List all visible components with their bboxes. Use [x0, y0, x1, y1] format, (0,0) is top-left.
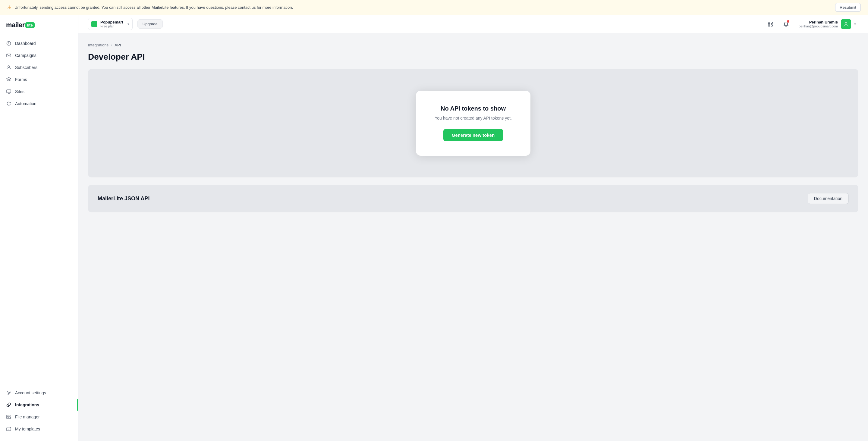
svg-rect-13 [771, 22, 772, 24]
logo-text: mailer [6, 21, 25, 29]
breadcrumb-parent-link[interactable]: Integrations [88, 43, 108, 47]
image-icon [6, 414, 11, 420]
svg-point-16 [845, 22, 847, 24]
sidebar-item-account-settings[interactable]: Account settings [0, 387, 78, 399]
topbar: Popupsmart Free plan ▾ Upgrade [79, 15, 868, 33]
sidebar: mailer lite Dashboard [0, 15, 79, 441]
breadcrumb: Integrations › API [88, 43, 858, 47]
resubmit-button[interactable]: Resubmit [835, 3, 861, 12]
warning-icon: ⚠ [7, 4, 11, 10]
notification-dot [787, 20, 789, 23]
user-name: Perihan Uramis [799, 20, 838, 24]
sidebar-item-campaigns-label: Campaigns [15, 53, 36, 58]
grid-icon-button[interactable] [765, 19, 776, 30]
archive-icon [6, 426, 11, 432]
banner-message: Unfortunately, sending access cannot be … [14, 5, 832, 10]
empty-state-title: No API tokens to show [433, 105, 514, 112]
sidebar-item-integrations-label: Integrations [15, 403, 39, 407]
sidebar-item-dashboard[interactable]: Dashboard [0, 37, 78, 50]
svg-rect-4 [7, 90, 11, 93]
clock-icon [6, 41, 11, 46]
documentation-button[interactable]: Documentation [808, 193, 849, 204]
breadcrumb-current: API [115, 43, 121, 47]
sidebar-item-forms-label: Forms [15, 77, 27, 82]
json-api-title: MailerLite JSON API [98, 195, 150, 202]
logo-badge: lite [25, 22, 35, 28]
mail-icon [6, 53, 11, 58]
sidebar-item-subscribers[interactable]: Subscribers [0, 61, 78, 73]
svg-rect-15 [771, 25, 772, 26]
layers-icon [6, 77, 11, 82]
monitor-icon [6, 89, 11, 94]
notifications-button[interactable] [781, 19, 792, 30]
breadcrumb-separator: › [111, 43, 112, 47]
gear-icon [6, 390, 11, 396]
sidebar-item-automation[interactable]: Automation [0, 98, 78, 109]
chevron-down-icon: ▾ [127, 22, 129, 26]
page-title: Developer API [88, 52, 858, 62]
content-area: Popupsmart Free plan ▾ Upgrade [79, 15, 868, 441]
sidebar-item-file-manager[interactable]: File manager [0, 411, 78, 423]
sidebar-item-automation-label: Automation [15, 101, 36, 106]
generate-token-button[interactable]: Generate new token [443, 129, 503, 141]
user-menu[interactable]: Perihan Uramis perihan@popupsmart.com ▾ [796, 18, 858, 30]
avatar [841, 19, 851, 29]
sidebar-item-my-templates-label: My templates [15, 427, 40, 431]
svg-point-7 [8, 392, 10, 394]
sidebar-item-subscribers-label: Subscribers [15, 65, 37, 70]
logo: mailer lite [6, 21, 72, 29]
main-content: Integrations › API Developer API No API … [79, 33, 868, 441]
svg-point-2 [8, 66, 10, 67]
person-icon [6, 65, 11, 70]
json-api-section: MailerLite JSON API Documentation [88, 185, 858, 212]
user-chevron-icon: ▾ [854, 22, 856, 26]
svg-marker-3 [7, 77, 11, 80]
user-email: perihan@popupsmart.com [799, 24, 838, 28]
token-list-area: No API tokens to show You have not creat… [88, 69, 858, 178]
link-icon [6, 402, 11, 408]
warning-banner: ⚠ Unfortunately, sending access cannot b… [0, 0, 868, 15]
svg-rect-12 [768, 22, 770, 24]
refresh-icon [6, 101, 11, 106]
svg-rect-10 [7, 428, 11, 431]
sidebar-item-file-manager-label: File manager [15, 414, 40, 419]
empty-state-description: You have not created any API tokens yet. [433, 116, 514, 121]
sidebar-nav: Dashboard Campaigns Su [0, 37, 78, 435]
sidebar-item-forms[interactable]: Forms [0, 73, 78, 86]
sidebar-item-sites-label: Sites [15, 89, 24, 94]
upgrade-button[interactable]: Upgrade [137, 19, 163, 29]
sidebar-item-account-settings-label: Account settings [15, 390, 46, 395]
workspace-plan: Free plan [100, 24, 123, 28]
workspace-selector[interactable]: Popupsmart Free plan ▾ [88, 18, 133, 30]
workspace-name: Popupsmart [100, 20, 123, 24]
svg-rect-14 [768, 25, 770, 26]
topbar-actions: Perihan Uramis perihan@popupsmart.com ▾ [765, 18, 858, 30]
sidebar-item-dashboard-label: Dashboard [15, 41, 36, 46]
sidebar-item-sites[interactable]: Sites [0, 86, 78, 98]
sidebar-item-integrations[interactable]: Integrations [0, 399, 78, 411]
sidebar-item-campaigns[interactable]: Campaigns [0, 50, 78, 61]
workspace-dot [91, 21, 97, 27]
empty-state-modal: No API tokens to show You have not creat… [416, 91, 530, 156]
sidebar-item-my-templates[interactable]: My templates [0, 423, 78, 435]
